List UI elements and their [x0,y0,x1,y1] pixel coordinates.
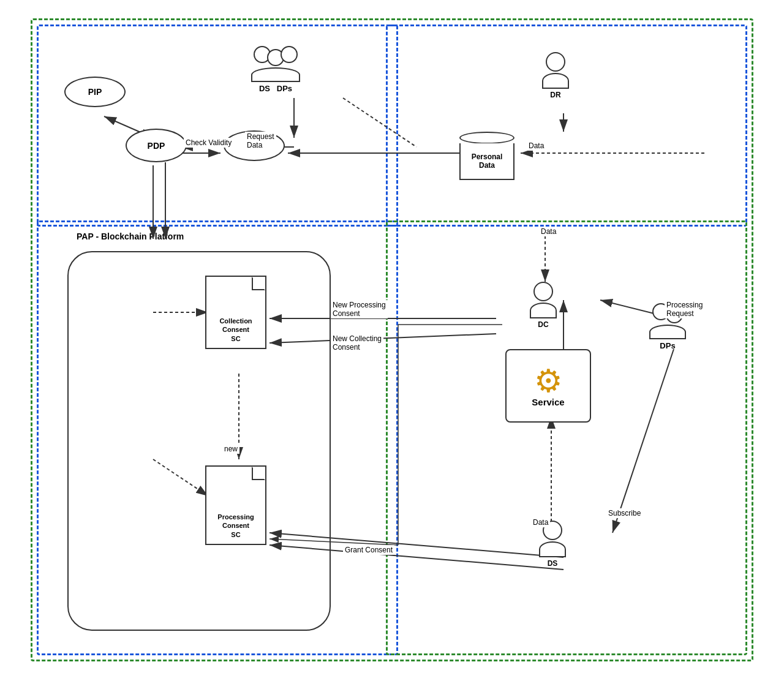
top-left-blue-border [37,24,398,227]
collection-consent-sc: CollectionConsentSC [205,276,266,349]
pap-inner-box [67,251,331,631]
new-label: new [222,444,239,454]
data-label-dc: Data [539,227,558,236]
pip-node: PIP [64,77,126,107]
ds-dps-group-top: DS DPs [251,46,300,93]
pap-label: PAP - Blockchain Platform [77,231,184,241]
processing-consent-sc: ProcessingConsentSC [205,465,266,545]
data-label-right: Data [527,141,546,151]
processing-request-label: ProcessingRequest [665,300,704,318]
pdp-node: PDP [126,129,187,162]
new-collecting-consent-label: New CollectingConsent [331,334,383,352]
dr-node: DR [542,52,569,99]
new-processing-consent-label: New ProcessingConsent [331,300,388,318]
subscribe-label: Subscribe [606,508,643,518]
diagram-container: PAP - Blockchain Platform [31,18,753,661]
grant-consent-label: Grant Consent [343,545,394,555]
data-label-ds: Data [531,517,550,527]
check-validity-label: Check Validity [184,138,233,148]
dc-node: DC [530,282,557,329]
service-node: ⚙ Service [505,349,591,423]
request-data-label: RequestData [245,132,276,150]
ds-node-bottom: DS [539,521,566,568]
bottom-right-green-border [386,220,747,655]
personal-data-node: PersonalData [459,132,514,180]
